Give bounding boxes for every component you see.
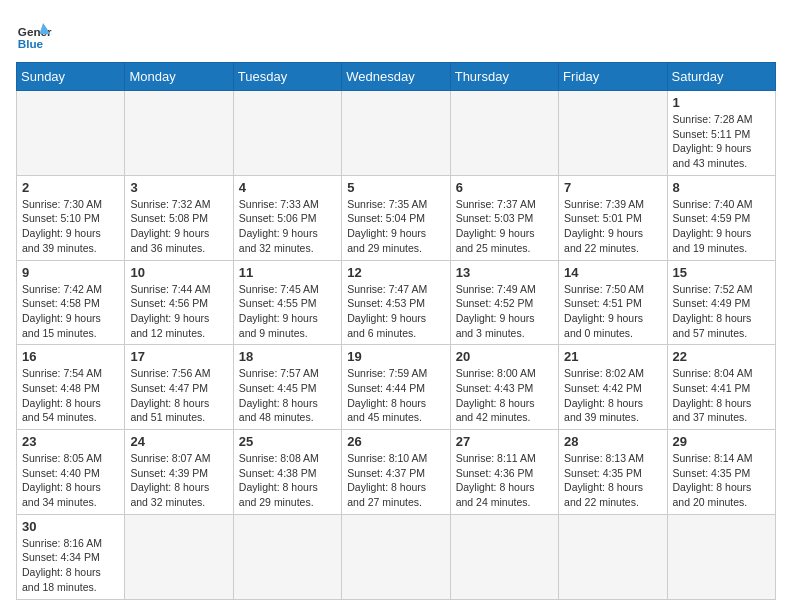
day-number: 3 [130, 180, 227, 195]
day-info: Sunrise: 7:56 AM Sunset: 4:47 PM Dayligh… [130, 366, 227, 425]
calendar-cell [450, 514, 558, 599]
calendar-cell: 2Sunrise: 7:30 AM Sunset: 5:10 PM Daylig… [17, 175, 125, 260]
day-number: 10 [130, 265, 227, 280]
day-info: Sunrise: 7:49 AM Sunset: 4:52 PM Dayligh… [456, 282, 553, 341]
day-info: Sunrise: 8:00 AM Sunset: 4:43 PM Dayligh… [456, 366, 553, 425]
calendar-table: SundayMondayTuesdayWednesdayThursdayFrid… [16, 62, 776, 600]
day-number: 19 [347, 349, 444, 364]
day-info: Sunrise: 7:50 AM Sunset: 4:51 PM Dayligh… [564, 282, 661, 341]
day-info: Sunrise: 8:08 AM Sunset: 4:38 PM Dayligh… [239, 451, 336, 510]
day-info: Sunrise: 8:05 AM Sunset: 4:40 PM Dayligh… [22, 451, 119, 510]
calendar-cell [125, 514, 233, 599]
day-info: Sunrise: 8:14 AM Sunset: 4:35 PM Dayligh… [673, 451, 770, 510]
calendar-cell: 20Sunrise: 8:00 AM Sunset: 4:43 PM Dayli… [450, 345, 558, 430]
calendar-cell: 12Sunrise: 7:47 AM Sunset: 4:53 PM Dayli… [342, 260, 450, 345]
day-info: Sunrise: 7:35 AM Sunset: 5:04 PM Dayligh… [347, 197, 444, 256]
calendar-cell: 19Sunrise: 7:59 AM Sunset: 4:44 PM Dayli… [342, 345, 450, 430]
weekday-friday: Friday [559, 63, 667, 91]
calendar-week-2: 2Sunrise: 7:30 AM Sunset: 5:10 PM Daylig… [17, 175, 776, 260]
svg-text:Blue: Blue [18, 37, 44, 50]
calendar-cell: 25Sunrise: 8:08 AM Sunset: 4:38 PM Dayli… [233, 430, 341, 515]
weekday-wednesday: Wednesday [342, 63, 450, 91]
calendar-cell: 30Sunrise: 8:16 AM Sunset: 4:34 PM Dayli… [17, 514, 125, 599]
calendar-cell: 3Sunrise: 7:32 AM Sunset: 5:08 PM Daylig… [125, 175, 233, 260]
day-number: 26 [347, 434, 444, 449]
calendar-cell: 29Sunrise: 8:14 AM Sunset: 4:35 PM Dayli… [667, 430, 775, 515]
day-info: Sunrise: 7:52 AM Sunset: 4:49 PM Dayligh… [673, 282, 770, 341]
day-info: Sunrise: 7:39 AM Sunset: 5:01 PM Dayligh… [564, 197, 661, 256]
day-number: 20 [456, 349, 553, 364]
calendar-cell: 18Sunrise: 7:57 AM Sunset: 4:45 PM Dayli… [233, 345, 341, 430]
calendar-cell [667, 514, 775, 599]
calendar-cell [342, 91, 450, 176]
weekday-saturday: Saturday [667, 63, 775, 91]
calendar-cell: 5Sunrise: 7:35 AM Sunset: 5:04 PM Daylig… [342, 175, 450, 260]
day-number: 2 [22, 180, 119, 195]
day-info: Sunrise: 7:47 AM Sunset: 4:53 PM Dayligh… [347, 282, 444, 341]
day-number: 27 [456, 434, 553, 449]
calendar-week-4: 16Sunrise: 7:54 AM Sunset: 4:48 PM Dayli… [17, 345, 776, 430]
calendar-cell [233, 514, 341, 599]
calendar-cell [233, 91, 341, 176]
day-info: Sunrise: 7:59 AM Sunset: 4:44 PM Dayligh… [347, 366, 444, 425]
calendar-cell: 15Sunrise: 7:52 AM Sunset: 4:49 PM Dayli… [667, 260, 775, 345]
day-info: Sunrise: 8:13 AM Sunset: 4:35 PM Dayligh… [564, 451, 661, 510]
day-number: 12 [347, 265, 444, 280]
calendar-cell: 9Sunrise: 7:42 AM Sunset: 4:58 PM Daylig… [17, 260, 125, 345]
calendar-cell: 24Sunrise: 8:07 AM Sunset: 4:39 PM Dayli… [125, 430, 233, 515]
day-info: Sunrise: 7:42 AM Sunset: 4:58 PM Dayligh… [22, 282, 119, 341]
day-number: 17 [130, 349, 227, 364]
logo-icon: General Blue [16, 16, 52, 52]
day-number: 13 [456, 265, 553, 280]
weekday-tuesday: Tuesday [233, 63, 341, 91]
day-number: 18 [239, 349, 336, 364]
day-number: 11 [239, 265, 336, 280]
day-number: 16 [22, 349, 119, 364]
calendar-cell: 14Sunrise: 7:50 AM Sunset: 4:51 PM Dayli… [559, 260, 667, 345]
calendar-cell: 4Sunrise: 7:33 AM Sunset: 5:06 PM Daylig… [233, 175, 341, 260]
calendar-cell [342, 514, 450, 599]
calendar-cell: 13Sunrise: 7:49 AM Sunset: 4:52 PM Dayli… [450, 260, 558, 345]
day-info: Sunrise: 7:30 AM Sunset: 5:10 PM Dayligh… [22, 197, 119, 256]
calendar-body: 1Sunrise: 7:28 AM Sunset: 5:11 PM Daylig… [17, 91, 776, 600]
calendar-cell: 6Sunrise: 7:37 AM Sunset: 5:03 PM Daylig… [450, 175, 558, 260]
calendar-cell: 10Sunrise: 7:44 AM Sunset: 4:56 PM Dayli… [125, 260, 233, 345]
weekday-thursday: Thursday [450, 63, 558, 91]
day-number: 1 [673, 95, 770, 110]
calendar-cell: 21Sunrise: 8:02 AM Sunset: 4:42 PM Dayli… [559, 345, 667, 430]
calendar-week-1: 1Sunrise: 7:28 AM Sunset: 5:11 PM Daylig… [17, 91, 776, 176]
day-number: 7 [564, 180, 661, 195]
day-info: Sunrise: 7:32 AM Sunset: 5:08 PM Dayligh… [130, 197, 227, 256]
day-number: 24 [130, 434, 227, 449]
day-number: 5 [347, 180, 444, 195]
day-number: 21 [564, 349, 661, 364]
day-number: 6 [456, 180, 553, 195]
day-number: 28 [564, 434, 661, 449]
weekday-sunday: Sunday [17, 63, 125, 91]
weekday-monday: Monday [125, 63, 233, 91]
calendar-cell: 11Sunrise: 7:45 AM Sunset: 4:55 PM Dayli… [233, 260, 341, 345]
day-info: Sunrise: 8:16 AM Sunset: 4:34 PM Dayligh… [22, 536, 119, 595]
day-info: Sunrise: 7:44 AM Sunset: 4:56 PM Dayligh… [130, 282, 227, 341]
day-number: 14 [564, 265, 661, 280]
day-info: Sunrise: 8:04 AM Sunset: 4:41 PM Dayligh… [673, 366, 770, 425]
logo: General Blue [16, 16, 52, 52]
day-number: 25 [239, 434, 336, 449]
weekday-header-row: SundayMondayTuesdayWednesdayThursdayFrid… [17, 63, 776, 91]
calendar-cell: 23Sunrise: 8:05 AM Sunset: 4:40 PM Dayli… [17, 430, 125, 515]
calendar-week-3: 9Sunrise: 7:42 AM Sunset: 4:58 PM Daylig… [17, 260, 776, 345]
page-header: General Blue [16, 16, 776, 52]
day-number: 30 [22, 519, 119, 534]
day-info: Sunrise: 7:54 AM Sunset: 4:48 PM Dayligh… [22, 366, 119, 425]
calendar-cell: 1Sunrise: 7:28 AM Sunset: 5:11 PM Daylig… [667, 91, 775, 176]
day-number: 15 [673, 265, 770, 280]
calendar-cell: 16Sunrise: 7:54 AM Sunset: 4:48 PM Dayli… [17, 345, 125, 430]
calendar-cell: 26Sunrise: 8:10 AM Sunset: 4:37 PM Dayli… [342, 430, 450, 515]
calendar-cell: 8Sunrise: 7:40 AM Sunset: 4:59 PM Daylig… [667, 175, 775, 260]
day-number: 8 [673, 180, 770, 195]
day-info: Sunrise: 7:45 AM Sunset: 4:55 PM Dayligh… [239, 282, 336, 341]
day-number: 23 [22, 434, 119, 449]
day-info: Sunrise: 8:02 AM Sunset: 4:42 PM Dayligh… [564, 366, 661, 425]
day-info: Sunrise: 7:57 AM Sunset: 4:45 PM Dayligh… [239, 366, 336, 425]
calendar-cell: 17Sunrise: 7:56 AM Sunset: 4:47 PM Dayli… [125, 345, 233, 430]
